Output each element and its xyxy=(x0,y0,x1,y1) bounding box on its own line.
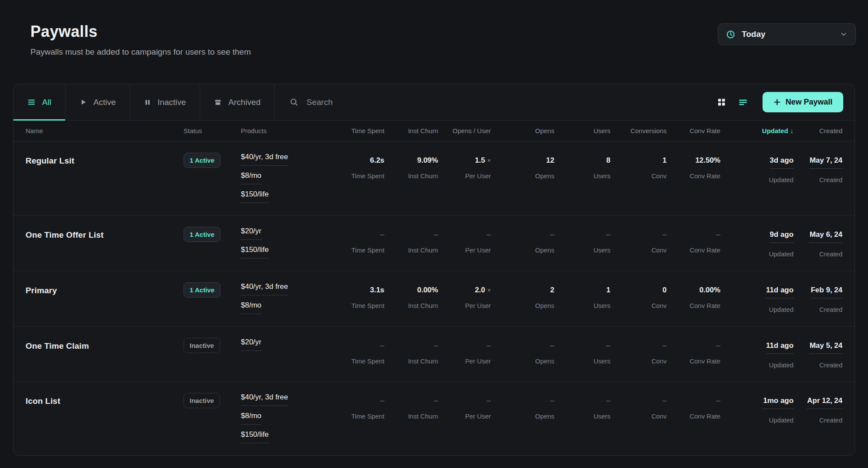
metric-label: Created xyxy=(799,361,842,369)
updated-value[interactable]: 1mo ago xyxy=(763,396,793,409)
metric-created: May 6, 24Created xyxy=(799,227,842,258)
metric-value: 0.00% xyxy=(390,282,438,295)
product-price[interactable]: $40/yr, 3d free xyxy=(241,282,323,295)
metric-conv: 0Conv xyxy=(616,282,667,309)
grid-view-icon[interactable] xyxy=(717,98,726,107)
table-row[interactable]: One Time Offer List1 Active$20/yr$150/li… xyxy=(13,216,855,271)
col-header-opens[interactable]: Opens xyxy=(496,127,554,134)
col-header-products[interactable]: Products xyxy=(241,127,323,134)
created-value[interactable]: May 5, 24 xyxy=(809,341,842,354)
metric-updated: 9d agoUpdated xyxy=(726,227,794,258)
product-price[interactable]: $150/life xyxy=(241,430,323,443)
metric-label: Inst Churn xyxy=(390,357,438,365)
tab-inactive[interactable]: Inactive xyxy=(130,84,200,120)
product-price[interactable]: $8/mo xyxy=(241,301,323,314)
metric-created: Apr 12, 24Created xyxy=(799,393,842,424)
updated-value[interactable]: 9d ago xyxy=(770,230,794,243)
metric-value: – xyxy=(616,227,667,239)
metric-label: Users xyxy=(559,357,610,365)
product-price[interactable]: $40/yr, 3d free xyxy=(241,393,323,406)
metric-label: Inst Churn xyxy=(390,302,438,309)
new-paywall-button[interactable]: New Paywall xyxy=(763,92,843,112)
metric-value: – xyxy=(496,227,554,239)
metric-label: Time Spent xyxy=(329,246,385,254)
metric-label: Updated xyxy=(726,176,794,183)
tab-label: Inactive xyxy=(158,98,186,107)
list-view-icon[interactable] xyxy=(738,98,748,107)
created-value[interactable]: Apr 12, 24 xyxy=(807,396,842,409)
sort-desc-icon: ↓ xyxy=(790,127,794,134)
tab-active[interactable]: Active xyxy=(66,84,130,120)
created-value[interactable]: Feb 9, 24 xyxy=(811,286,842,298)
metric-time_spent: 3.1sTime Spent xyxy=(329,282,385,309)
chevron-down-icon xyxy=(840,30,848,38)
product-price[interactable]: $8/mo xyxy=(241,171,323,184)
metric-users: –Users xyxy=(559,227,610,254)
metric-label: Updated xyxy=(726,416,794,424)
metric-value: – xyxy=(329,227,385,239)
col-header-time-spent[interactable]: Time Spent xyxy=(329,127,385,134)
metric-opens: –Opens xyxy=(496,338,554,365)
metric-time_spent: 6.2sTime Spent xyxy=(329,153,385,180)
product-price[interactable]: $20/yr xyxy=(241,227,323,240)
tab-all[interactable]: All xyxy=(13,84,66,120)
metric-label: Updated xyxy=(726,361,794,369)
metric-label: Conv Rate xyxy=(672,246,720,254)
metric-updated: 11d agoUpdated xyxy=(726,282,794,313)
metric-value: 1 xyxy=(616,153,667,165)
metric-value: 1 xyxy=(559,282,610,295)
list-icon xyxy=(27,98,36,106)
search-input[interactable] xyxy=(306,98,489,107)
col-header-conversions[interactable]: Conversions xyxy=(616,127,667,134)
metric-value: 8 xyxy=(559,153,610,165)
col-header-name[interactable]: Name xyxy=(26,127,178,134)
date-filter-dropdown[interactable]: Today xyxy=(718,23,856,45)
metric-label: Inst Churn xyxy=(390,412,438,420)
created-value[interactable]: May 7, 24 xyxy=(809,156,842,169)
updated-value[interactable]: 3d ago xyxy=(770,156,794,169)
col-header-updated[interactable]: Updated↓ xyxy=(726,127,794,134)
updated-value[interactable]: 11d ago xyxy=(766,286,793,298)
tab-archived[interactable]: Archived xyxy=(200,84,275,120)
table-row[interactable]: Icon ListInactive$40/yr, 3d free$8/mo$15… xyxy=(13,382,855,455)
tab-label: All xyxy=(42,98,51,107)
metric-updated: 3d agoUpdated xyxy=(726,153,794,183)
table-row[interactable]: Primary1 Active$40/yr, 3d free$8/mo3.1sT… xyxy=(13,271,855,327)
metric-label: Conv xyxy=(616,357,667,365)
col-header-created[interactable]: Created xyxy=(799,127,842,134)
metric-conv: –Conv xyxy=(616,338,667,365)
metric-conv_rate: –Conv Rate xyxy=(672,338,720,365)
metric-value: – xyxy=(559,227,610,239)
updated-value[interactable]: 11d ago xyxy=(766,341,793,354)
col-header-inst-churn[interactable]: Inst Churn xyxy=(390,127,438,134)
product-price[interactable]: $150/life xyxy=(241,245,323,259)
play-icon xyxy=(79,98,87,106)
col-header-conv-rate[interactable]: Conv Rate xyxy=(672,127,720,134)
metric-label: Users xyxy=(559,412,610,420)
metric-label: Users xyxy=(559,172,610,180)
metric-time_spent: –Time Spent xyxy=(329,227,385,254)
table-row[interactable]: One Time ClaimInactive$20/yr–Time Spent–… xyxy=(13,327,855,382)
metric-per_user: 1.5×Per User xyxy=(443,153,491,180)
product-price[interactable]: $40/yr, 3d free xyxy=(241,153,323,166)
paywall-name: One Time Offer List xyxy=(26,227,178,240)
table-row[interactable]: Regular Lsit1 Active$40/yr, 3d free$8/mo… xyxy=(13,141,855,216)
clock-icon xyxy=(726,30,735,39)
metric-per_user: –Per User xyxy=(443,338,491,365)
metric-value: 3.1s xyxy=(329,282,385,295)
col-header-status[interactable]: Status xyxy=(184,127,236,134)
paywall-name: One Time Claim xyxy=(26,338,178,351)
metric-value: 0 xyxy=(616,282,667,295)
product-price[interactable]: $150/life xyxy=(241,190,323,203)
col-header-users[interactable]: Users xyxy=(559,127,610,134)
metric-updated: 11d agoUpdated xyxy=(726,338,794,369)
product-price[interactable]: $8/mo xyxy=(241,412,323,425)
product-price[interactable]: $20/yr xyxy=(241,338,323,351)
status-badge: Inactive xyxy=(184,338,220,353)
metric-conv: 1Conv xyxy=(616,153,667,180)
metric-label: Opens xyxy=(496,246,554,254)
metric-conv_rate: –Conv Rate xyxy=(672,393,720,420)
col-header-opens-user[interactable]: Opens / User xyxy=(443,127,491,134)
metric-users: 8Users xyxy=(559,153,610,180)
created-value[interactable]: May 6, 24 xyxy=(809,230,842,243)
